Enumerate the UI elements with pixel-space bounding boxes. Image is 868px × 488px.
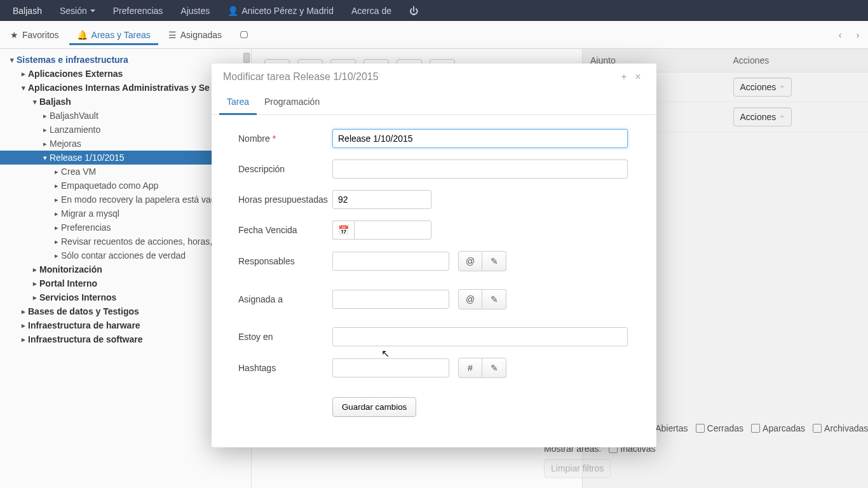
input-responsables[interactable]	[332, 252, 449, 271]
input-nombre[interactable]	[332, 129, 628, 148]
modal-title: Modificar tarea Release 1/10/2015	[223, 71, 379, 83]
responsables-clear-button[interactable]: ✎	[482, 251, 506, 271]
lbl-descripcion: Descripción	[238, 164, 332, 174]
lbl-nombre: Nombre	[238, 133, 270, 144]
input-estoy[interactable]	[332, 327, 628, 346]
input-descripcion[interactable]	[332, 159, 628, 179]
eraser-icon: ✎	[491, 363, 498, 373]
responsables-at-button[interactable]: @	[458, 251, 482, 271]
lbl-fecha: Fecha Vencida	[238, 225, 332, 235]
hashtags-hash-button[interactable]: #	[458, 358, 482, 378]
input-horas[interactable]	[332, 190, 431, 209]
save-button[interactable]: Guardar cambios	[332, 397, 416, 417]
asignada-clear-button[interactable]: ✎	[482, 289, 506, 309]
lbl-hashtags: Hashtags	[238, 363, 332, 373]
modal-tab-tarea[interactable]: Tarea	[219, 90, 257, 115]
asignada-at-button[interactable]: @	[458, 289, 482, 309]
modal-edit-task: Modificar tarea Release 1/10/2015 + × Ta…	[212, 64, 656, 447]
input-asignada[interactable]	[332, 290, 449, 309]
lbl-estoy: Estoy en	[238, 332, 332, 342]
input-fecha[interactable]	[354, 220, 431, 240]
eraser-icon: ✎	[491, 256, 498, 266]
modal-close-icon[interactable]: ×	[631, 71, 645, 83]
input-hashtags[interactable]	[332, 358, 449, 377]
lbl-responsables: Responsables	[238, 256, 332, 266]
calendar-icon[interactable]: 📅	[332, 220, 354, 240]
hashtags-clear-button[interactable]: ✎	[482, 358, 506, 378]
eraser-icon: ✎	[491, 294, 498, 304]
modal-tab-programacion[interactable]: Programación	[257, 90, 327, 114]
modal-add-icon[interactable]: +	[617, 71, 631, 83]
lbl-horas: Horas presupuestadas	[238, 194, 332, 205]
lbl-asignada: Asignada a	[238, 294, 332, 304]
